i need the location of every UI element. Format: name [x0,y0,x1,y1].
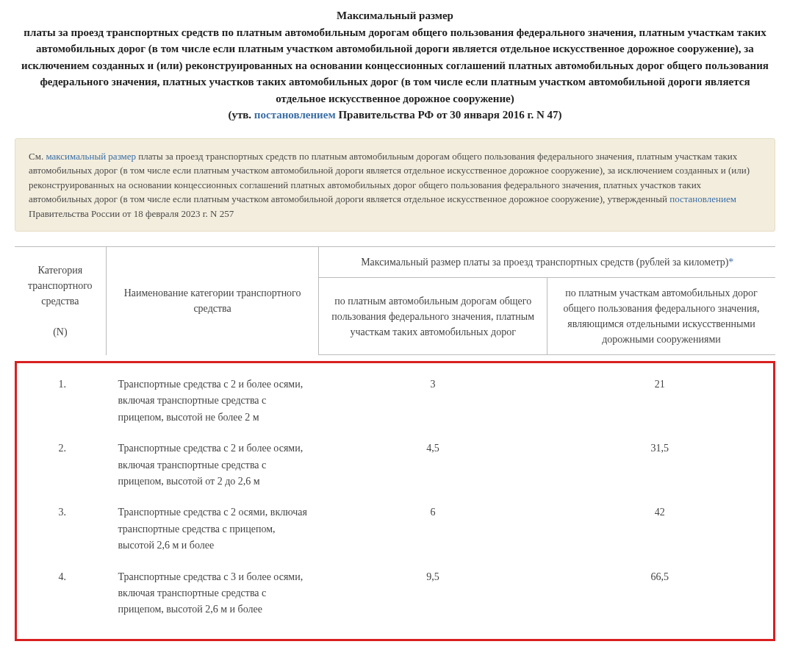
document-title: Максимальный размер платы за проезд тран… [15,7,775,124]
title-line3: (утв. постановлением Правительства РФ от… [15,107,775,124]
cell-name: Транспортные средства с 2 и более осями,… [107,433,319,497]
cell-n: 2. [17,433,107,497]
title-line2: платы за проезд транспортных средств по … [15,24,775,107]
table-row: 3. Транспортные средства с 2 осями, вклю… [17,497,773,561]
cell-v1: 3 [320,369,547,433]
cell-name: Транспортные средства с 2 и более осями,… [107,369,319,433]
reference-note: См. максимальный размер платы за проезд … [15,138,775,232]
table-row: 1. Транспортные средства с 2 и более ося… [17,369,773,433]
cell-v2: 42 [546,497,773,561]
header-category-name: Наименование категории транспортного сре… [106,247,319,355]
cell-v2: 66,5 [546,562,773,626]
cell-v1: 4,5 [320,433,547,497]
max-size-link[interactable]: максимальный размер [46,151,136,162]
cell-v1: 6 [320,497,547,561]
header-sub1: по платным автомобильным дорогам общего … [319,278,547,355]
footnote-star[interactable]: * [728,257,733,268]
cell-n: 1. [17,369,107,433]
cell-v2: 31,5 [546,433,773,497]
header-max-payment: Максимальный размер платы за проезд тран… [319,247,775,278]
table-row: 4. Транспортные средства с 3 и более ося… [17,562,773,626]
cell-n: 4. [17,562,107,626]
decree-link[interactable]: постановлением [254,109,336,121]
tariff-table-body: 1. Транспортные средства с 2 и более ося… [17,369,773,626]
table-row: 2. Транспортные средства с 2 и более ося… [17,433,773,497]
cell-v1: 9,5 [320,562,547,626]
highlighted-data-box: 1. Транспортные средства с 2 и более ося… [15,361,775,641]
cell-v2: 21 [546,369,773,433]
header-sub2: по платным участкам автомобильных дорог … [547,278,775,355]
header-category-n: Категория транспортного средства (N) [15,247,106,355]
cell-name: Транспортные средства с 2 осями, включая… [107,497,319,561]
title-line1: Максимальный размер [15,7,775,24]
decree-2023-link[interactable]: постановлением [669,193,736,204]
cell-name: Транспортные средства с 3 и более осями,… [107,562,319,626]
cell-n: 3. [17,497,107,561]
tariff-table: Категория транспортного средства (N) Наи… [15,246,775,355]
